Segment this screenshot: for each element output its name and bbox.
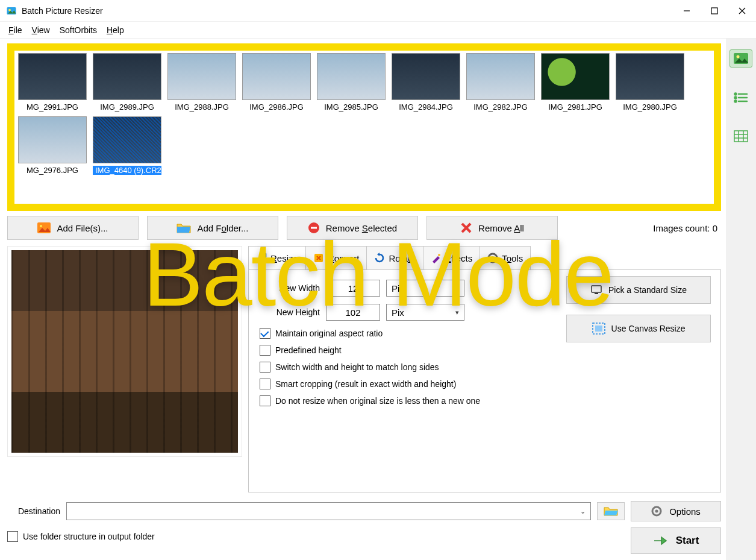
width-unit-select[interactable]: Pix▾ [386, 280, 464, 297]
no-resize-smaller-checkbox[interactable] [260, 395, 270, 406]
svg-rect-17 [595, 293, 598, 294]
title-bar: Batch Picture Resizer [0, 0, 756, 22]
menu-view[interactable]: View [30, 24, 52, 36]
destination-combo[interactable]: ⌄ [66, 502, 591, 520]
thumb-item[interactable]: IMG_2988.JPG [167, 53, 236, 112]
thumb-item[interactable]: IMG_2982.JPG [466, 53, 535, 112]
menu-bar: File View SoftOrbits Help [0, 22, 756, 39]
thumb-item[interactable]: IMG_2981.JPG [541, 53, 610, 112]
new-height-input[interactable] [326, 304, 380, 321]
maintain-ratio-checkbox[interactable] [260, 328, 270, 339]
svg-rect-3 [711, 8, 717, 14]
thumb-item[interactable]: MG_2976.JPG [18, 116, 87, 175]
use-folder-structure-checkbox[interactable] [7, 531, 18, 542]
svg-rect-16 [592, 286, 601, 292]
use-folder-structure-label: Use folder structure in output folder [23, 532, 155, 541]
image-icon [37, 222, 51, 233]
preview-pane [7, 246, 242, 457]
smart-crop-checkbox[interactable] [260, 379, 270, 389]
convert-icon [313, 253, 324, 263]
browse-destination-button[interactable] [597, 502, 625, 520]
folder-icon [177, 222, 191, 233]
window-title: Batch Picture Resizer [22, 6, 103, 16]
options-button[interactable]: Options [631, 501, 721, 521]
svg-rect-19 [595, 326, 602, 332]
effects-icon [431, 253, 442, 263]
tab-rotate[interactable]: Rotate [366, 246, 423, 270]
menu-help[interactable]: Help [104, 24, 127, 36]
pick-standard-size-button[interactable]: Pick a Standard Size [566, 276, 711, 304]
thumbnail-area[interactable]: MG_2991.JPG IMG_2989.JPG IMG_2988.JPG IM… [7, 43, 721, 211]
tab-strip: Resize Convert Rotate Effects [248, 246, 721, 270]
new-width-label: New Width [260, 283, 320, 293]
switch-wh-checkbox[interactable] [260, 362, 270, 373]
tab-effects[interactable]: Effects [423, 246, 481, 270]
thumb-item[interactable]: IMG_2985.JPG [317, 53, 386, 112]
preview-image [11, 250, 238, 453]
no-resize-smaller-label: Do not resize when original size is less… [275, 396, 480, 406]
images-count-label: Images count: 0 [653, 223, 721, 233]
thumb-item-selected[interactable]: IMG_4640 (9).CR2 [93, 116, 161, 175]
minimize-button[interactable] [673, 0, 701, 22]
chevron-down-icon: ⌄ [580, 508, 586, 515]
view-details-button[interactable] [731, 128, 751, 145]
thumb-item[interactable]: IMG_2984.JPG [392, 53, 460, 112]
svg-rect-30 [734, 131, 748, 142]
smart-crop-label: Smart cropping (result in exact width an… [275, 379, 456, 389]
view-mode-strip [726, 39, 756, 560]
svg-point-24 [735, 93, 737, 95]
svg-point-15 [492, 257, 495, 260]
clear-icon [460, 222, 472, 234]
svg-point-26 [735, 97, 737, 99]
tab-convert[interactable]: Convert [305, 246, 367, 270]
svg-point-13 [438, 254, 440, 256]
thumb-item[interactable]: IMG_2989.JPG [93, 53, 161, 112]
predefined-height-label: Predefined height [275, 345, 342, 355]
tab-tools[interactable]: Tools [480, 246, 531, 270]
svg-rect-9 [311, 227, 317, 229]
destination-row: Destination ⌄ Options [7, 501, 721, 521]
chevron-down-icon: ▾ [455, 285, 459, 292]
thumb-item[interactable]: MG_2991.JPG [18, 53, 87, 112]
resize-panel: New Width Pix▾ New Height Pix▾ Maintain … [248, 269, 721, 492]
add-files-button[interactable]: Add File(s)... [7, 216, 139, 240]
switch-wh-label: Switch width and height to match long si… [275, 362, 439, 372]
canvas-icon [592, 322, 605, 335]
start-button[interactable]: Start [631, 527, 721, 554]
action-row: Add File(s)... Add Folder... Remove Sele… [7, 216, 721, 240]
svg-point-21 [655, 510, 658, 513]
start-arrow-icon [653, 535, 667, 547]
resize-icon [256, 253, 267, 263]
svg-point-7 [40, 225, 42, 227]
remove-selected-button[interactable]: Remove Selected [287, 216, 418, 240]
folder-open-icon [604, 506, 618, 517]
new-width-input[interactable] [326, 280, 380, 297]
menu-softorbits[interactable]: SoftOrbits [57, 24, 99, 36]
rotate-icon [374, 253, 385, 263]
tab-resize[interactable]: Resize [248, 246, 306, 270]
predefined-height-checkbox[interactable] [260, 345, 270, 356]
chevron-down-icon: ▾ [455, 309, 459, 316]
svg-point-1 [8, 8, 11, 11]
view-list-button[interactable] [731, 89, 751, 106]
menu-file[interactable]: File [6, 24, 25, 36]
thumb-item[interactable]: IMG_2986.JPG [242, 53, 311, 112]
gear-icon [651, 506, 662, 517]
close-button[interactable] [728, 0, 756, 22]
remove-all-button[interactable]: Remove All [426, 216, 558, 240]
thumb-item[interactable]: IMG_2980.JPG [616, 53, 684, 112]
view-thumbnails-button[interactable] [729, 49, 752, 68]
add-folder-button[interactable]: Add Folder... [147, 216, 278, 240]
monitor-icon [590, 284, 602, 296]
remove-icon [308, 222, 320, 234]
use-canvas-resize-button[interactable]: Use Canvas Resize [566, 315, 711, 342]
svg-point-23 [737, 55, 740, 58]
new-height-label: New Height [260, 307, 320, 317]
destination-label: Destination [7, 506, 60, 516]
maximize-button[interactable] [701, 0, 728, 22]
tools-icon [487, 253, 498, 263]
app-icon [6, 5, 17, 16]
maintain-ratio-label: Maintain original aspect ratio [275, 329, 383, 338]
svg-point-28 [735, 101, 737, 102]
height-unit-select[interactable]: Pix▾ [386, 304, 464, 321]
